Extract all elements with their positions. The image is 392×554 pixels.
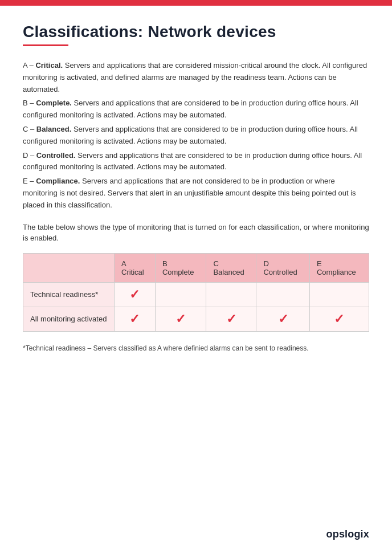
table-header-col-B: BComplete (155, 253, 206, 282)
table-header-row: ACriticalBCompleteCBalancedDControlledEC… (23, 253, 369, 282)
table-row: All monitoring activated✓✓✓✓✓ (23, 307, 369, 331)
check-cell-E (309, 282, 369, 307)
row-label: All monitoring activated (23, 307, 115, 331)
check-cell-E: ✓ (309, 307, 369, 331)
checkmark-icon: ✓ (226, 312, 236, 326)
table-header-col-A: ACritical (115, 253, 156, 282)
description-line: B – Complete. Servers and applications t… (23, 97, 369, 121)
brand-suffix: logix (345, 528, 369, 540)
classification-table: ACriticalBCompleteCBalancedDControlledEC… (23, 253, 369, 332)
check-cell-A: ✓ (115, 282, 156, 307)
page-title: Classifications: Network devices (23, 23, 369, 41)
table-header-col-C: CBalanced (206, 253, 256, 282)
description-line: E – Compliance. Servers and applications… (23, 176, 369, 211)
description-section: A – Critical. Servers and applications t… (23, 60, 369, 211)
check-cell-B: ✓ (155, 307, 206, 331)
title-underline (23, 44, 68, 46)
table-intro: The table below shows the type of monito… (23, 222, 369, 244)
checkmark-icon: ✓ (129, 287, 140, 302)
checkmark-icon: ✓ (334, 312, 344, 326)
table-header-empty (23, 253, 115, 282)
check-cell-A: ✓ (115, 307, 156, 331)
check-cell-C: ✓ (206, 307, 256, 331)
checkmark-icon: ✓ (278, 312, 288, 326)
check-cell-D: ✓ (256, 307, 310, 331)
top-bar (0, 0, 392, 6)
check-cell-D (256, 282, 310, 307)
table-header-col-E: ECompliance (309, 253, 369, 282)
checkmark-icon: ✓ (129, 312, 140, 326)
table-row: Technical readiness*✓ (23, 282, 369, 307)
row-label: Technical readiness* (23, 282, 115, 307)
description-line: A – Critical. Servers and applications t… (23, 60, 369, 95)
checkmark-icon: ✓ (175, 312, 186, 326)
table-header-col-D: DControlled (256, 253, 310, 282)
check-cell-C (206, 282, 256, 307)
brand-prefix: ops (326, 528, 345, 540)
description-line: D – Controlled. Servers and applications… (23, 150, 369, 174)
brand-logo: opslogix (326, 528, 369, 540)
footnote: *Technical readiness – Servers classifie… (23, 343, 369, 353)
table-body: Technical readiness*✓All monitoring acti… (23, 282, 369, 331)
check-cell-B (155, 282, 206, 307)
description-line: C – Balanced. Servers and applications t… (23, 124, 369, 148)
